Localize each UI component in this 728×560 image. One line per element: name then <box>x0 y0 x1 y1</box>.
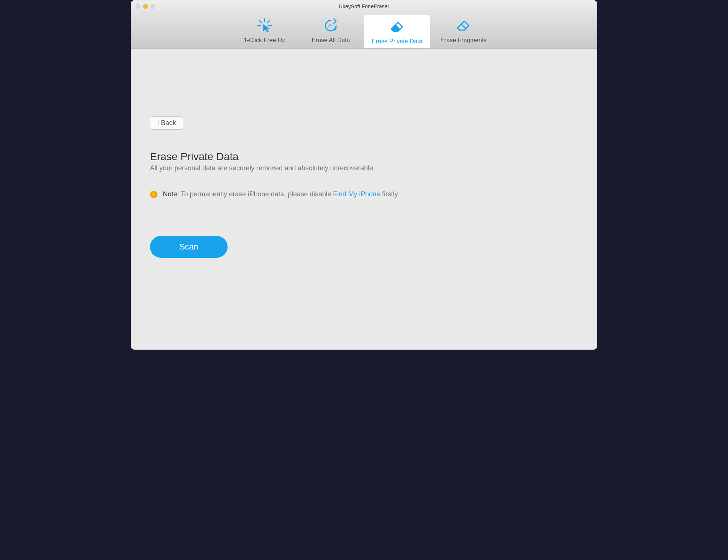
erase-all-icon: All <box>323 17 339 34</box>
page-title: Erase Private Data <box>150 151 578 163</box>
chevron-left-icon: 〈 <box>154 119 160 127</box>
tab-1click-free-up[interactable]: 1-Click Free Up <box>231 12 298 48</box>
scan-button[interactable]: Scan <box>150 236 228 258</box>
zoom-window-button[interactable] <box>151 4 155 9</box>
window-title: UkeySoft FoneEraser <box>136 3 592 9</box>
titlebar: UkeySoft FoneEraser <box>131 0 597 12</box>
app-window: UkeySoft FoneEraser 1-Click Free Up <box>131 0 597 350</box>
page-subtitle: All your personal data are securely remo… <box>150 164 578 172</box>
note-row: ! Note: To permanently erase iPhone data… <box>150 190 578 198</box>
tab-label: Erase Fragments <box>440 37 487 44</box>
note-text-wrapper: Note: To permanently erase iPhone data, … <box>163 190 399 198</box>
tab-label: Erase Private Data <box>372 38 422 45</box>
tab-erase-fragments[interactable]: Erase Fragments <box>430 12 497 48</box>
click-icon <box>256 17 273 34</box>
note-label: Note: <box>163 190 179 198</box>
note-before: To permanently erase iPhone data, please… <box>179 190 333 198</box>
svg-line-7 <box>461 24 466 29</box>
svg-point-6 <box>334 28 336 30</box>
eraser-outline-icon <box>455 17 472 34</box>
eraser-icon <box>389 18 405 35</box>
svg-line-2 <box>268 21 270 23</box>
content-area: 〈 Back Erase Private Data All your perso… <box>131 49 597 349</box>
tab-label: Erase All Data <box>312 37 350 44</box>
svg-text:All: All <box>328 23 334 28</box>
tab-erase-private-data[interactable]: Erase Private Data <box>364 15 430 48</box>
warning-icon: ! <box>150 191 158 198</box>
tab-label: 1-Click Free Up <box>243 37 285 44</box>
tab-erase-all-data[interactable]: All Erase All Data <box>298 12 364 48</box>
back-button[interactable]: 〈 Back <box>150 116 183 130</box>
window-controls <box>136 4 155 9</box>
back-label: Back <box>161 119 176 127</box>
minimize-window-button[interactable] <box>143 4 148 9</box>
note-after: firstly. <box>380 190 399 198</box>
close-window-button[interactable] <box>136 4 140 9</box>
find-my-iphone-link[interactable]: Find My iPhone <box>333 190 380 198</box>
svg-line-1 <box>260 21 262 23</box>
main-toolbar: 1-Click Free Up All Erase All Data Er <box>131 12 597 49</box>
